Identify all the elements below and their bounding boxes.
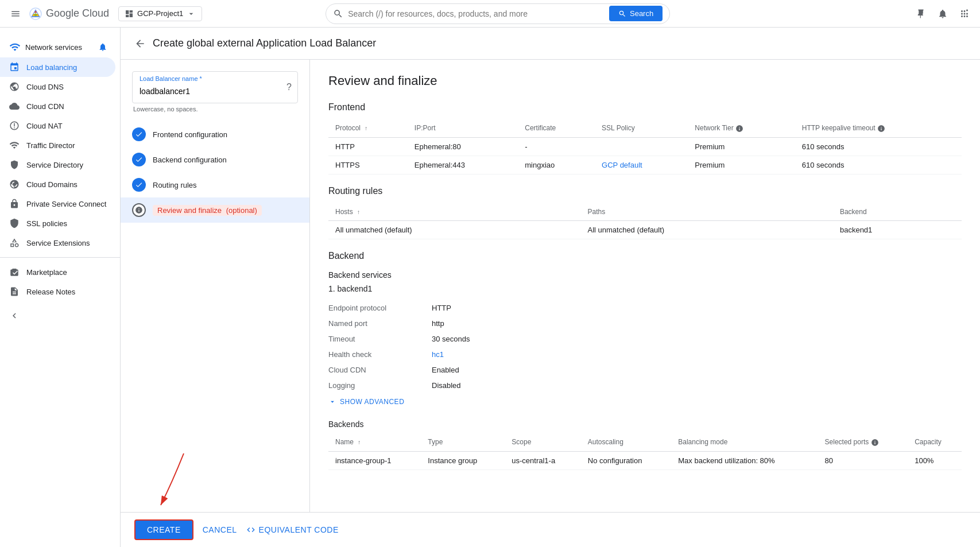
release-notes-icon — [9, 286, 20, 297]
step-label-frontend: Frontend configuration — [153, 130, 227, 139]
collapse-sidebar-icon — [9, 311, 20, 321]
service-extensions-icon — [9, 238, 20, 248]
sidebar-item-cloud-dns[interactable]: Cloud DNS — [0, 77, 115, 96]
wizard-step-routing[interactable]: Routing rules — [132, 172, 298, 197]
topbar-actions — [912, 5, 973, 22]
backends-col-balancing-mode: Balancing mode — [671, 433, 818, 451]
project-selector[interactable]: GCP-Project1 — [118, 6, 202, 21]
google-cloud-text: Google Cloud — [46, 7, 109, 20]
frontend-row-https-protocol: HTTPS — [328, 156, 408, 174]
cloud-domains-icon — [9, 179, 20, 189]
sidebar-item-private-service-connect-label: Private Service Connect — [26, 200, 106, 208]
project-name: GCP-Project1 — [137, 9, 183, 18]
footer: CREATE CANCEL EQUIVALENT CODE — [121, 512, 980, 547]
backend-scope-cell: us-central1-a — [505, 451, 581, 470]
sidebar-item-cloud-domains[interactable]: Cloud Domains — [0, 174, 115, 194]
backends-row-1: instance-group-1 Instance group us-centr… — [328, 451, 962, 470]
arrow-svg — [138, 448, 207, 517]
apps-button[interactable] — [956, 5, 973, 22]
sidebar-item-private-service-connect[interactable]: Private Service Connect — [0, 194, 115, 214]
backends-col-selected-ports: Selected ports — [818, 433, 908, 451]
frontend-row-http-timeout: 610 seconds — [795, 137, 962, 156]
cloud-dns-icon — [9, 82, 20, 92]
cloud-nat-icon — [9, 121, 20, 131]
lb-name-label: Load Balancer name * — [140, 75, 202, 82]
routing-col-paths: Paths — [580, 203, 832, 221]
network-tier-help-icon[interactable] — [735, 125, 743, 133]
notifications-button[interactable] — [934, 5, 951, 22]
wizard-step-review[interactable]: Review and finalize (optional) — [121, 197, 309, 223]
content-area: Load Balancer name * ? Lowercase, no spa… — [121, 60, 980, 547]
hamburger-menu-button[interactable] — [7, 5, 24, 22]
sidebar-item-load-balancing-label: Load balancing — [26, 63, 77, 72]
backend-capacity-cell: 100% — [908, 451, 962, 470]
backend-section-title: Backend — [328, 251, 962, 261]
sidebar-item-service-directory[interactable]: Service Directory — [0, 155, 115, 174]
sidebar-item-cloud-cdn[interactable]: Cloud CDN — [0, 96, 115, 116]
routing-section-title: Routing rules — [328, 186, 962, 196]
sidebar-item-release-notes[interactable]: Release Notes — [0, 282, 115, 301]
show-advanced-button[interactable]: SHOW ADVANCED — [328, 393, 962, 410]
sidebar-item-cloud-nat[interactable]: Cloud NAT — [0, 116, 115, 135]
selected-ports-help-icon[interactable] — [871, 439, 879, 447]
backend-balancing-mode-cell: Max backend utilization: 80% — [671, 451, 818, 470]
frontend-row-http-ip-port: Ephemeral:80 — [408, 137, 518, 156]
frontend-row-http-network-tier: Premium — [688, 137, 795, 156]
backend-autoscaling-cell: No configuration — [581, 451, 671, 470]
sidebar-item-ssl-policies[interactable]: SSL policies — [0, 214, 115, 233]
frontend-row-https-ip-port: Ephemeral:443 — [408, 156, 518, 174]
backend1-details: Endpoint protocol HTTP Named port http T… — [328, 300, 962, 393]
review-title: Review and finalize — [328, 73, 962, 88]
sidebar: Network services Load balancing Cloud DN… — [0, 28, 121, 547]
sidebar-item-service-extensions-label: Service Extensions — [26, 239, 90, 247]
lb-name-help-icon[interactable]: ? — [286, 82, 292, 92]
frontend-table: Protocol ↑ IP:Port Certificate SSL Polic… — [328, 119, 962, 174]
page-title: Create global external Application Load … — [153, 37, 376, 49]
sidebar-header: Network services — [0, 32, 120, 57]
wizard-step-backend[interactable]: Backend configuration — [132, 147, 298, 172]
step-icon-routing — [132, 178, 146, 192]
sidebar-item-service-extensions[interactable]: Service Extensions — [0, 233, 115, 253]
http-timeout-help-icon[interactable] — [877, 125, 885, 133]
sidebar-item-marketplace[interactable]: Marketplace — [0, 262, 115, 282]
back-button[interactable] — [134, 38, 146, 49]
backend-services-section-title: Backend services — [328, 270, 962, 280]
hc1-link[interactable]: hc1 — [432, 350, 444, 359]
backends-col-name: Name ↑ — [328, 433, 421, 451]
backend-name-cell: instance-group-1 — [328, 451, 421, 470]
frontend-row-https-ssl-policy: GCP default — [595, 156, 688, 174]
step-icon-backend — [132, 153, 146, 166]
ssl-policies-icon — [9, 218, 20, 228]
lb-name-input[interactable] — [140, 87, 276, 96]
sidebar-item-ssl-policies-label: SSL policies — [26, 219, 67, 228]
frontend-row-http-certificate: - — [518, 137, 595, 156]
review-panel: Review and finalize Frontend Protocol ↑ … — [310, 60, 980, 547]
service-directory-icon — [9, 160, 20, 170]
gcp-default-link[interactable]: GCP default — [602, 161, 642, 169]
search-button[interactable]: Search — [609, 6, 663, 21]
pin-button[interactable] — [912, 5, 929, 22]
sidebar-item-load-balancing[interactable]: Load balancing — [0, 57, 115, 77]
sidebar-item-marketplace-label: Marketplace — [26, 268, 67, 277]
sidebar-item-service-directory-label: Service Directory — [26, 161, 83, 169]
create-button[interactable]: CREATE — [134, 519, 193, 540]
traffic-director-icon — [9, 140, 20, 150]
routing-col-backend: Backend — [833, 203, 962, 221]
routing-row-default: All unmatched (default) All unmatched (d… — [328, 220, 962, 239]
detail-row-logging: Logging Disabled — [328, 378, 962, 393]
main-content: Create global external Application Load … — [121, 28, 980, 547]
cancel-button[interactable]: CANCEL — [203, 525, 237, 534]
detail-row-timeout: Timeout 30 seconds — [328, 331, 962, 347]
routing-backend: backend1 — [833, 220, 962, 239]
frontend-col-network-tier: Network Tier — [688, 119, 795, 137]
lb-name-hint: Lowercase, no spaces. — [132, 106, 298, 112]
sidebar-item-traffic-director[interactable]: Traffic Director — [0, 135, 115, 155]
sidebar-title: Network services — [25, 43, 82, 52]
search-container: Search — [326, 3, 670, 24]
sidebar-collapse-button[interactable] — [0, 306, 115, 325]
search-input[interactable] — [348, 9, 605, 18]
sidebar-bell-button[interactable] — [95, 39, 111, 55]
wizard-step-frontend[interactable]: Frontend configuration — [132, 122, 298, 147]
equivalent-code-button[interactable]: EQUIVALENT CODE — [246, 525, 339, 534]
notifications-button-container — [934, 5, 951, 22]
